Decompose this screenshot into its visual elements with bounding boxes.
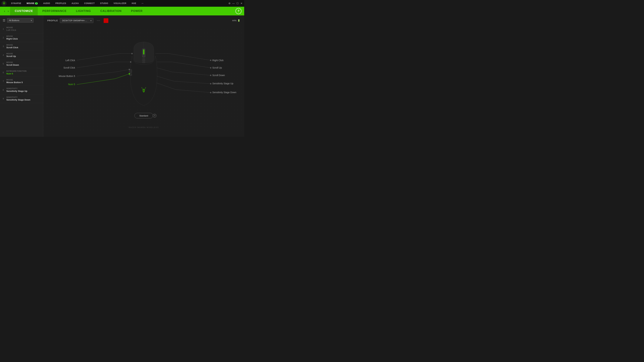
help-button[interactable]: ? <box>236 8 242 14</box>
item-label-6: Num 5 <box>6 72 26 75</box>
svg-point-26 <box>210 60 211 61</box>
diagram-svg: Left Click Scroll Click Mouse Button 5 N… <box>43 26 244 137</box>
svg-line-37 <box>176 89 211 92</box>
tab-forward-button[interactable]: › <box>6 9 10 13</box>
item-num-5: 5 <box>3 62 6 65</box>
svg-line-10 <box>142 87 142 89</box>
item-label-3: Scroll Click <box>6 46 18 49</box>
tab-back-button[interactable]: ‹ <box>3 9 6 13</box>
svg-text:Scroll Click: Scroll Click <box>64 66 75 69</box>
profile-select[interactable]: DESKTOP-SMSMPHH-… <box>60 18 94 23</box>
item-content-9: SENSITIVITY Sensitivity Stage Down <box>6 96 30 101</box>
close-button[interactable]: ✕ <box>240 2 243 5</box>
svg-rect-3 <box>129 69 132 73</box>
nav-hue[interactable]: HUE <box>129 0 138 7</box>
item-label-4: Scroll Up <box>6 55 16 57</box>
settings-button[interactable]: ⚙ <box>228 2 231 5</box>
item-content-4: MOUSE Scroll Up <box>6 53 16 57</box>
item-num-9: 9 <box>3 97 6 100</box>
item-num-2: 2 <box>3 36 6 39</box>
nav-mouse[interactable]: MOUSE 2 <box>24 0 40 7</box>
tab-customize[interactable]: CUSTOMIZE <box>10 7 38 15</box>
svg-rect-6 <box>143 49 144 54</box>
nav-audio[interactable]: AUDIO <box>41 0 52 7</box>
svg-line-34 <box>174 81 211 84</box>
svg-line-28 <box>172 62 211 68</box>
svg-text:?: ? <box>154 114 155 117</box>
item-num-7: 7 <box>3 80 6 82</box>
sidebar-item-4[interactable]: 4 MOUSE Scroll Up <box>0 51 43 59</box>
nav-more[interactable]: ··· <box>139 0 146 7</box>
tab-lighting[interactable]: LIGHTING <box>71 7 96 15</box>
nav-connect[interactable]: CONNECT <box>82 0 97 7</box>
nav-visualizer[interactable]: VISUALIZER <box>111 0 129 7</box>
filter-select[interactable]: All Buttons Mouse Buttons Keyboard Funct… <box>7 18 34 23</box>
nav-synapse[interactable]: SYNAPSE <box>9 0 24 7</box>
svg-rect-9 <box>142 62 145 63</box>
svg-point-20 <box>129 69 130 70</box>
filter-select-wrapper: All Buttons Mouse Buttons Keyboard Funct… <box>7 18 34 23</box>
item-num-4: 4 <box>3 54 6 56</box>
svg-line-36 <box>156 83 176 89</box>
sidebar-item-9[interactable]: 9 SENSITIVITY Sensitivity Stage Down <box>0 94 43 103</box>
nav-profiles[interactable]: PROFILES <box>53 0 68 7</box>
item-category-3: MOUSE <box>6 44 18 46</box>
svg-rect-48 <box>134 113 153 118</box>
sidebar-item-3[interactable]: 3 MOUSE Scroll Click <box>0 42 43 51</box>
nav-studio[interactable]: STUDIO <box>98 0 110 7</box>
diagram-container: Left Click Scroll Click Mouse Button 5 N… <box>43 26 244 137</box>
battery-info: 44% 🔋 <box>232 19 240 22</box>
sidebar-item-2[interactable]: 2 MOUSE Right Click <box>0 33 43 42</box>
item-category-8: SENSITIVITY <box>6 88 27 89</box>
svg-rect-7 <box>142 59 145 60</box>
mouse-badge: 2 <box>35 2 38 4</box>
battery-icon: 🔋 <box>238 19 240 22</box>
window-controls: ⚙ — ☐ ✕ <box>228 2 243 5</box>
profile-select-wrapper: DESKTOP-SMSMPHH-… <box>60 18 94 23</box>
item-content-8: SENSITIVITY Sensitivity Stage Up <box>6 88 27 92</box>
item-category-9: SENSITIVITY <box>6 96 30 98</box>
svg-line-31 <box>172 72 211 75</box>
item-num-1: 1 <box>3 28 6 30</box>
profile-label: PROFILE <box>47 19 58 22</box>
svg-line-11 <box>145 87 146 89</box>
svg-line-25 <box>169 54 211 60</box>
svg-line-19 <box>77 72 116 76</box>
hamburger-icon[interactable]: ☰ <box>3 18 5 22</box>
svg-line-16 <box>77 62 116 68</box>
profile-more-button[interactable]: ··· <box>96 18 102 23</box>
sidebar-item-6[interactable]: 6 KEYBOARD FUNCTION Num 5 <box>0 68 43 77</box>
svg-line-21 <box>115 74 129 79</box>
maximize-button[interactable]: ☐ <box>236 2 239 5</box>
svg-text:Mouse Button 5: Mouse Button 5 <box>59 75 75 77</box>
minimize-button[interactable]: — <box>232 2 235 5</box>
svg-point-32 <box>210 75 211 76</box>
title-bar: SYNAPSE MOUSE 2 AUDIO PROFILES ALEXA CON… <box>0 0 244 7</box>
item-num-6: 6 <box>3 71 6 74</box>
tab-power[interactable]: POWER <box>126 7 147 15</box>
profile-color-swatch[interactable] <box>104 18 108 23</box>
tab-performance[interactable]: PERFORMANCE <box>38 7 71 15</box>
svg-point-29 <box>210 67 211 68</box>
svg-line-33 <box>157 76 174 81</box>
sidebar-item-1[interactable]: 1 MOUSE Left Click <box>0 25 43 33</box>
svg-point-38 <box>210 92 211 93</box>
sidebar-item-7[interactable]: 7 MOUSE Mouse Button 5 <box>0 77 43 86</box>
tab-bar: ‹ › CUSTOMIZE PERFORMANCE LIGHTING CALIB… <box>0 7 244 15</box>
tab-calibration[interactable]: CALIBRATION <box>96 7 126 15</box>
nav-alexa[interactable]: ALEXA <box>69 0 81 7</box>
sidebar-item-8[interactable]: 8 SENSITIVITY Sensitivity Stage Up <box>0 86 43 94</box>
razer-logo <box>1 1 7 6</box>
item-category-7: MOUSE <box>6 79 23 81</box>
profile-bar: PROFILE DESKTOP-SMSMPHH-… ··· 44% 🔋 <box>43 15 244 26</box>
svg-line-22 <box>77 79 116 85</box>
item-content-6: KEYBOARD FUNCTION Num 5 <box>6 70 26 75</box>
item-category-6: KEYBOARD FUNCTION <box>6 70 26 72</box>
item-num-8: 8 <box>3 89 6 91</box>
svg-line-30 <box>157 68 172 72</box>
sidebar-item-5[interactable]: 5 MOUSE Scroll Down <box>0 59 43 68</box>
svg-point-23 <box>129 73 130 75</box>
svg-point-50 <box>153 114 156 117</box>
item-label-8: Sensitivity Stage Up <box>6 90 27 92</box>
main-layout: ☰ All Buttons Mouse Buttons Keyboard Fun… <box>0 15 244 137</box>
